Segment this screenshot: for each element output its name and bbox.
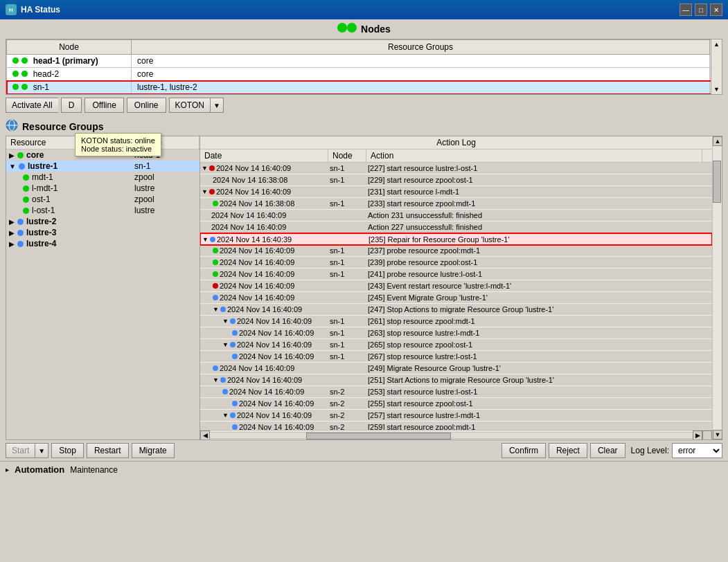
log-row[interactable]: 2024 Nov 14 16:40:09 sn-1 [239] probe re… [200,257,712,269]
dot-green [213,248,218,253]
offline-button[interactable]: Offline [85,98,123,113]
stop-button[interactable]: Stop [51,443,84,458]
vscroll-thumb[interactable] [713,161,721,203]
collapse-automation-icon[interactable]: ▸ [6,466,9,473]
tree-item-ost-1[interactable]: ost-1 zpool [6,194,199,205]
log-row[interactable]: 2024 Nov 14 16:40:09 Action 231 unsucces… [200,210,712,221]
hscrollbar[interactable]: ◀ ▶ [200,430,712,439]
log-action: [231] start resource l-mdt-1 [366,187,712,197]
log-action: [243] Event restart resource 'lustre:l-m… [366,281,712,291]
table-row[interactable]: head-1 (primary) core [7,55,722,68]
expand-arrow[interactable]: ▶ [9,152,15,159]
log-row[interactable]: 2024 Nov 14 16:40:09 sn-1 [267] stop res… [200,351,712,363]
log-row[interactable]: 2024 Nov 14 16:40:09 sn-1 [263] stop res… [200,327,712,339]
vscroll-track[interactable] [713,146,722,430]
window-controls[interactable]: — □ ✕ [680,3,722,16]
nodes-scrollbar[interactable]: ▲ ▼ [711,39,722,94]
log-row[interactable]: 2024 Nov 14 16:40:09 sn-2 [253] start re… [200,386,712,398]
log-row[interactable]: 2024 Nov 14 16:40:09 sn-1 [237] probe re… [200,245,712,257]
collapse-arrow[interactable]: ▼ [202,188,208,195]
log-row[interactable]: ▼ 2024 Nov 14 16:40:09 [247] Stop Action… [200,304,712,316]
log-row-highlighted[interactable]: ▼ 2024 Nov 14 16:40:39 [235] Repair for … [200,233,712,245]
log-row[interactable]: 2024 Nov 14 16:40:09 [243] Event restart… [200,280,712,292]
action-log-body[interactable]: ▼ 2024 Nov 14 16:40:09 sn-1 [227] start … [200,163,712,430]
scroll-down-btn[interactable]: ▼ [713,430,722,439]
log-row[interactable]: ▼ 2024 Nov 14 16:40:09 sn-2 [257] start … [200,410,712,422]
tree-item-l-mdt-1[interactable]: l-mdt-1 lustre [6,183,199,194]
start-dropdown-arrow[interactable]: ▼ [35,443,48,458]
vscrollbar[interactable]: ▲ ▼ [712,136,722,439]
hscroll-track[interactable] [210,432,693,439]
log-row[interactable]: 2024 Nov 14 16:38:08 sn-1 [233] start re… [200,198,712,210]
log-row[interactable]: 2024 Nov 14 16:40:09 sn-2 [259] start re… [200,422,712,430]
expand-arrow[interactable]: ▶ [9,218,15,226]
table-row-sn1[interactable]: sn-1 lustre-1, lustre-2 [7,81,722,94]
expand-arrow[interactable]: ▶ [9,240,15,248]
online-button[interactable]: Online [127,98,166,113]
bottom-bar: Start ▼ Stop Restart Migrate Confirm Rej… [0,440,728,461]
log-row[interactable]: 2024 Nov 14 16:40:09 sn-2 [255] start re… [200,398,712,410]
title-bar: H HA Status — □ ✕ [0,0,728,19]
scroll-right-btn[interactable]: ▶ [693,430,702,440]
log-row[interactable]: 2024 Nov 14 16:40:09 sn-1 [241] probe re… [200,269,712,280]
dot-blue [230,318,236,324]
log-row[interactable]: 2024 Nov 14 16:40:09 Action 227 unsucces… [200,221,712,233]
collapse-arrow[interactable]: ▼ [222,318,229,325]
tree-item-lustre-1[interactable]: ▼ lustre-1 sn-1 [6,161,199,172]
log-row[interactable]: 2024 Nov 14 16:40:09 [249] Migrate Resou… [200,363,712,374]
scroll-down-btn[interactable]: ▼ [713,86,720,94]
minimize-button[interactable]: — [680,3,692,16]
deactivate-button[interactable]: D [61,98,82,113]
tree-item-lustre-4[interactable]: ▶ lustre-4 [6,238,199,249]
log-row[interactable]: ▼ 2024 Nov 14 16:40:09 sn-1 [261] stop r… [200,316,712,327]
scroll-left-btn[interactable]: ◀ [200,430,210,440]
log-action: [267] stop resource lustre:l-ost-1 [366,352,712,361]
expand-arrow[interactable]: ▼ [9,163,16,170]
scroll-up-btn[interactable]: ▲ [713,136,722,146]
tree-item-lustre-3[interactable]: ▶ lustre-3 [6,227,199,238]
node-label: head-1 (primary) [33,56,98,66]
hscroll-thumb[interactable] [306,433,451,439]
node-rg: lustre-1, lustre-2 [132,81,710,94]
migrate-button[interactable]: Migrate [132,443,175,458]
close-button[interactable]: ✕ [710,3,722,16]
action-log-title: Action Log [200,136,712,149]
expand-arrow[interactable]: ▶ [9,229,15,237]
clear-button[interactable]: Clear [590,443,625,458]
log-level-select[interactable]: error warning info debug [672,443,722,458]
collapse-arrow[interactable]: ▼ [222,412,229,419]
tree-item-lustre-2[interactable]: ▶ lustre-2 [6,216,199,227]
collapse-arrow[interactable]: ▼ [202,165,208,172]
collapse-arrow[interactable]: ▼ [222,341,229,348]
koton-dropdown-arrow[interactable]: ▼ [210,98,224,113]
log-row[interactable]: 2024 Nov 14 16:38:08 sn-1 [229] start re… [200,174,712,186]
log-row[interactable]: ▼ 2024 Nov 14 16:40:09 sn-1 [265] stop r… [200,339,712,351]
scroll-up-btn[interactable]: ▲ [713,39,720,48]
log-node: sn-2 [328,387,366,397]
log-row[interactable]: ▼ 2024 Nov 14 16:40:09 sn-1 [227] start … [200,163,712,174]
dot-green [23,185,29,192]
tree-item-mdt-1[interactable]: mdt-1 zpool [6,172,199,183]
maximize-button[interactable]: □ [695,3,707,16]
log-date-cell: ▼ 2024 Nov 14 16:40:09 [200,410,328,420]
tree-item-l-ost-1[interactable]: l-ost-1 lustre [6,205,199,216]
table-row[interactable]: head-2 core [7,68,722,81]
confirm-button[interactable]: Confirm [501,443,546,458]
restart-button[interactable]: Restart [87,443,129,458]
reject-button[interactable]: Reject [549,443,587,458]
collapse-arrow[interactable]: ▼ [213,377,219,383]
svg-point-2 [337,23,347,33]
dot-red [209,165,215,171]
log-action: [239] probe resource zpool:ost-1 [366,257,712,267]
log-action: [259] start resource zpool:mdt-1 [366,422,712,430]
collapse-arrow[interactable]: ▼ [202,236,208,243]
activate-all-button[interactable]: Activate All [6,98,58,113]
log-row[interactable]: ▼ 2024 Nov 14 16:40:09 [231] start resou… [200,186,712,198]
log-row[interactable]: ▼ 2024 Nov 14 16:40:09 [251] Start Actio… [200,374,712,386]
log-row[interactable]: 2024 Nov 14 16:40:09 [245] Event Migrate… [200,292,712,304]
start-button[interactable]: Start [6,443,35,458]
koton-button[interactable]: KOTON [169,98,210,113]
log-date-cell: 2024 Nov 14 16:40:09 [200,352,328,361]
log-action: [233] start resource zpool:mdt-1 [366,199,712,208]
collapse-arrow[interactable]: ▼ [213,306,219,313]
